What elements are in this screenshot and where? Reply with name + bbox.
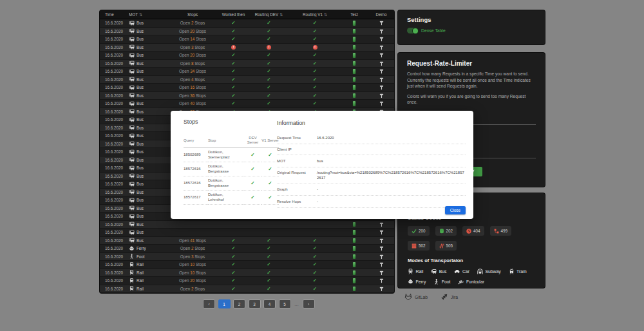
page-button-5[interactable]: 5 xyxy=(279,299,291,308)
open-stops-link[interactable]: Open 36 Stops xyxy=(179,93,206,98)
open-stops-link[interactable]: Open 4 Stops xyxy=(180,77,205,82)
column-header-worked-then[interactable]: Worked then xyxy=(219,12,248,17)
page-button-3[interactable]: 3 xyxy=(249,299,261,308)
status-chip-502[interactable]: 502 xyxy=(408,241,430,251)
vial-icon[interactable] xyxy=(353,278,355,283)
open-stops-link[interactable]: Open 20 Stops xyxy=(179,29,206,33)
vial-icon[interactable] xyxy=(353,101,355,106)
row-demo xyxy=(368,53,394,58)
error-icon[interactable]: ! xyxy=(267,45,271,50)
hammer-icon[interactable] xyxy=(379,287,384,292)
column-header-mot[interactable]: MOT⇅ xyxy=(129,12,166,17)
hammer-icon[interactable] xyxy=(379,77,384,82)
column-header-stops[interactable]: Stops xyxy=(166,12,219,17)
vial-icon[interactable] xyxy=(353,21,355,26)
hammer-icon[interactable] xyxy=(379,21,384,26)
jira-link[interactable]: Jira xyxy=(440,293,458,301)
row-demo xyxy=(368,93,394,99)
status-chip-200[interactable]: 200 xyxy=(408,226,430,236)
open-stops-link[interactable]: Open 2 Stops xyxy=(180,246,205,251)
vial-icon[interactable] xyxy=(353,93,355,99)
mode-tram[interactable]: Tram xyxy=(509,269,527,274)
open-stops-link[interactable]: Open 20 Stops xyxy=(179,278,206,283)
hammer-icon[interactable] xyxy=(379,222,384,227)
hammer-icon[interactable] xyxy=(379,238,384,243)
status-chip-404[interactable]: 404 xyxy=(462,226,484,236)
mode-rail[interactable]: Rail xyxy=(408,269,423,274)
mode-foot[interactable]: Foot xyxy=(433,279,450,285)
error-icon[interactable]: ! xyxy=(313,45,317,50)
vial-icon[interactable] xyxy=(353,85,355,90)
open-stops-link[interactable]: Open 34 Stops xyxy=(179,69,206,73)
hammer-icon[interactable] xyxy=(379,101,384,106)
vial-icon[interactable] xyxy=(353,246,355,251)
error-icon[interactable]: ! xyxy=(231,45,236,50)
page-button-4[interactable]: 4 xyxy=(263,299,276,308)
hammer-icon[interactable] xyxy=(379,93,384,99)
prev-page-button[interactable]: ‹ xyxy=(203,299,215,308)
sort-icon[interactable]: ⇅ xyxy=(279,12,283,17)
vial-icon[interactable] xyxy=(353,287,355,292)
hammer-icon[interactable] xyxy=(379,85,384,90)
hammer-icon[interactable] xyxy=(379,262,384,267)
mode-subway[interactable]: Subway xyxy=(477,269,501,274)
vial-icon[interactable] xyxy=(353,230,355,235)
column-header-test[interactable]: Test xyxy=(340,12,368,17)
open-stops-link[interactable]: Open 3 Stops xyxy=(180,45,205,50)
status-chip-499[interactable]: 499 xyxy=(490,226,512,236)
hammer-icon[interactable] xyxy=(379,45,384,50)
vial-icon[interactable] xyxy=(353,45,355,50)
vial-icon[interactable] xyxy=(353,262,355,267)
column-header-routing-dev[interactable]: Routing DEV⇅ xyxy=(248,12,290,17)
mode-bus[interactable]: Bus xyxy=(431,269,446,274)
open-stops-link[interactable]: Open 40 Stops xyxy=(179,101,206,106)
sort-icon[interactable]: ⇅ xyxy=(324,12,327,17)
vial-icon[interactable] xyxy=(353,238,355,243)
vial-icon[interactable] xyxy=(353,254,355,260)
vial-icon[interactable] xyxy=(353,61,355,66)
hammer-icon[interactable] xyxy=(379,53,384,58)
vial-icon[interactable] xyxy=(353,222,355,227)
hammer-icon[interactable] xyxy=(379,278,384,283)
open-stops-link[interactable]: Open 14 Stops xyxy=(179,37,206,41)
open-stops-link[interactable]: Open 3 Stops xyxy=(180,254,205,259)
mode-car[interactable]: Car xyxy=(454,269,469,274)
open-stops-link[interactable]: Open 8 Stops xyxy=(180,61,205,66)
page-button-1[interactable]: 1 xyxy=(218,299,231,308)
open-stops-link[interactable]: Open 20 Stops xyxy=(179,53,206,57)
dense-table-toggle[interactable] xyxy=(407,28,418,33)
mode-funicular[interactable]: Funicular xyxy=(458,279,484,285)
column-header-time[interactable]: Time xyxy=(100,12,129,17)
hammer-icon[interactable] xyxy=(379,37,384,42)
vial-icon[interactable] xyxy=(353,77,355,82)
hammer-icon[interactable] xyxy=(379,254,384,260)
hammer-icon[interactable] xyxy=(379,61,384,66)
open-stops-link[interactable]: Open 2 Stops xyxy=(180,21,205,25)
vial-icon[interactable] xyxy=(353,53,355,58)
hammer-icon[interactable] xyxy=(379,230,384,235)
open-stops-link[interactable]: Open 41 Stops xyxy=(179,238,206,243)
status-chip-505[interactable]: 505 xyxy=(435,241,457,251)
hammer-icon[interactable] xyxy=(379,69,384,74)
vial-icon[interactable] xyxy=(353,69,355,74)
open-stops-link[interactable]: Open 10 Stops xyxy=(179,262,206,267)
mode-ferry[interactable]: Ferry xyxy=(408,279,426,285)
vial-icon[interactable] xyxy=(353,37,355,42)
open-stops-link[interactable]: Open 10 Stops xyxy=(179,270,206,275)
vial-icon[interactable] xyxy=(353,270,355,276)
open-stops-link[interactable]: Open 16 Stops xyxy=(179,85,206,90)
hammer-icon[interactable] xyxy=(379,270,384,276)
gitlab-link[interactable]: GitLab xyxy=(404,293,428,301)
hammer-icon[interactable] xyxy=(379,246,384,251)
sort-icon[interactable]: ⇅ xyxy=(139,12,142,17)
column-header-demo[interactable]: Demo xyxy=(368,12,394,17)
vial-icon[interactable] xyxy=(353,29,355,34)
status-chip-202[interactable]: 202 xyxy=(435,226,457,236)
hammer-icon[interactable] xyxy=(379,29,384,34)
page-button-2[interactable]: 2 xyxy=(233,299,245,308)
open-stops-link[interactable]: Open 2 Stops xyxy=(180,287,205,291)
close-button[interactable]: Close xyxy=(445,206,466,214)
column-header-routing-v1[interactable]: Routing V1⇅ xyxy=(290,12,340,17)
row-routing-dev: ✓ xyxy=(248,93,290,99)
next-page-button[interactable]: › xyxy=(303,299,315,308)
